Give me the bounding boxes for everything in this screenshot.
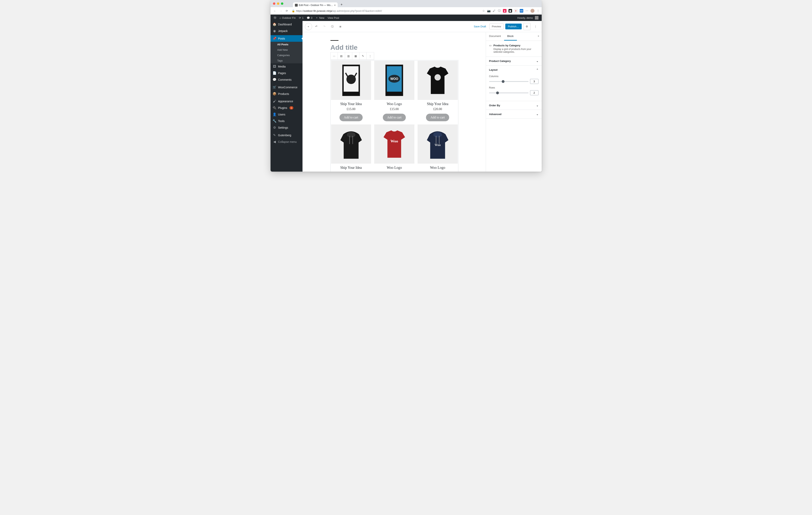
pin-icon: 📌	[272, 36, 277, 40]
publish-button[interactable]: Publish…	[505, 24, 522, 29]
info-button[interactable]: ⓘ	[329, 23, 336, 30]
edit-block-button[interactable]: ✎	[359, 52, 367, 60]
sidebar-item-gutenberg[interactable]: ✎Gutenberg	[270, 132, 302, 139]
redo-button[interactable]: ↷	[321, 23, 328, 30]
rows-slider[interactable]	[489, 92, 528, 93]
close-window-button[interactable]	[273, 2, 275, 5]
updates-link[interactable]: ⟳1	[297, 14, 305, 21]
extension-icon[interactable]: css	[520, 9, 523, 12]
eyedropper-icon[interactable]: 🖊	[493, 9, 496, 12]
sidebar-subitem-categories[interactable]: Categories	[270, 53, 302, 58]
window-controls: Edit Post ‹ Outdoor Fin — Wo… × +	[270, 0, 542, 7]
extension-icon[interactable]: ⋯	[525, 9, 528, 12]
sidebar-item-pages[interactable]: 📄Pages	[270, 70, 302, 76]
view-post-link[interactable]: View Post	[326, 14, 341, 21]
site-home-link[interactable]: ⌂Outdoor Fin	[278, 14, 297, 21]
outline-button[interactable]: ≣	[337, 23, 344, 30]
sidebar-item-appearance[interactable]: 🖌Appearance	[270, 98, 302, 104]
product-card[interactable]: Ship Your Idea£20.00Add to cart	[417, 61, 458, 121]
align-left-button[interactable]: ▤	[338, 52, 345, 60]
undo-button[interactable]: ↶	[313, 23, 320, 30]
star-icon[interactable]: ☆	[482, 9, 485, 12]
tab-block[interactable]: Block	[504, 32, 517, 40]
sidebar-item-dashboard[interactable]: 🏠Dashboard	[270, 21, 302, 28]
columns-input[interactable]	[530, 79, 539, 84]
settings-toggle-button[interactable]: ⚙	[523, 23, 530, 30]
add-to-cart-button[interactable]: Add to cart	[383, 114, 406, 121]
reload-button[interactable]: ⟳	[285, 8, 289, 13]
media-icon: 🖼	[272, 65, 277, 68]
columns-slider[interactable]	[489, 81, 528, 82]
align-center-button[interactable]: ▥	[345, 52, 352, 60]
sidebar-item-settings[interactable]: ⚙Settings	[270, 124, 302, 131]
close-tab-button[interactable]: ×	[334, 4, 336, 7]
url-bar[interactable]: 🔒 https://outdoor-fin.jurassic.ninja/wp-…	[291, 9, 481, 13]
product-card[interactable]: WooWoo Logo£20.00£18.00	[374, 124, 414, 172]
add-to-cart-button[interactable]: Add to cart	[426, 114, 449, 121]
panel-order-by[interactable]: Order By ⌄	[486, 101, 542, 110]
inserter-button[interactable]: ＋	[305, 23, 312, 30]
collapse-icon: ◀	[272, 140, 277, 144]
sidebar-item-media[interactable]: 🖼Media	[270, 63, 302, 70]
camera-icon[interactable]: 📷	[487, 9, 491, 12]
panel-advanced[interactable]: Advanced ⌄	[486, 110, 542, 118]
sidebar-item-posts[interactable]: 📌Posts	[270, 35, 302, 42]
browser-tab[interactable]: Edit Post ‹ Outdoor Fin — Wo… ×	[293, 2, 338, 8]
sidebar-item-comments[interactable]: 💬Comments	[270, 76, 302, 83]
home-icon: ⌂	[280, 17, 281, 19]
product-card[interactable]: WooWoo Logo£35.00	[417, 124, 458, 172]
tab-document[interactable]: Document	[486, 32, 504, 40]
minimize-window-button[interactable]	[277, 2, 279, 5]
wp-logo-button[interactable]: ⓦ	[272, 14, 278, 21]
extension-icon[interactable]: S	[514, 9, 518, 12]
sidebar-item-plugins[interactable]: 🔌Plugins1	[270, 104, 302, 111]
chrome-menu-button[interactable]: ⋮	[536, 9, 540, 12]
svg-text:Woo: Woo	[435, 143, 441, 147]
sidebar-item-products[interactable]: 📦Products	[270, 90, 302, 97]
sidebar-item-jetpack[interactable]: ◉Jetpack	[270, 28, 302, 34]
preview-button[interactable]: Preview	[489, 24, 504, 29]
chevron-down-icon: ⌄	[536, 60, 539, 63]
product-card[interactable]: WOOWoo Logo£15.00Add to cart	[374, 61, 414, 121]
sidebar-item-label: Pages	[278, 71, 286, 75]
new-content-button[interactable]: ＋New	[314, 14, 326, 21]
title-accent	[330, 40, 339, 41]
product-card[interactable]: Ship Your Idea£30.00 – £35.00	[331, 124, 371, 172]
rows-input[interactable]	[530, 90, 539, 95]
info-extension-icon[interactable]: ⓘ	[498, 9, 501, 12]
sidebar-item-label: Products	[278, 92, 289, 95]
block-switcher-button[interactable]: ▭	[331, 52, 338, 60]
maximize-window-button[interactable]	[281, 2, 283, 5]
collapse-menu-button[interactable]: ◀Collapse menu	[270, 139, 302, 145]
panel-layout[interactable]: Layout ⌃	[486, 65, 542, 74]
extension-icon[interactable]: ▦	[509, 9, 512, 12]
sidebar-subitem-add-new[interactable]: Add New	[270, 47, 302, 53]
svg-point-20	[433, 132, 442, 137]
wordpress-icon: ⓦ	[274, 16, 276, 20]
add-to-cart-button[interactable]: Add to cart	[340, 114, 362, 121]
forward-button[interactable]: →	[279, 8, 283, 13]
sidebar-subitem-all-posts[interactable]: All Posts	[270, 42, 302, 47]
extension-icon[interactable]: ◆	[503, 9, 506, 12]
align-wide-button[interactable]: ▦	[352, 52, 359, 60]
profile-avatar[interactable]	[530, 9, 534, 13]
sidebar-subitem-tags[interactable]: Tags	[270, 58, 302, 63]
post-title-input[interactable]: Add title	[330, 43, 458, 51]
save-draft-button[interactable]: Save Draft	[472, 24, 488, 29]
sidebar-item-woocommerce[interactable]: 🛒WooCommerce	[270, 84, 302, 90]
more-menu-button[interactable]: ⋮	[532, 23, 539, 30]
products-by-category-block[interactable]: Ship Your Idea£15.00Add to cartWOOWoo Lo…	[330, 60, 458, 172]
back-button[interactable]: ←	[272, 8, 277, 13]
new-tab-button[interactable]: +	[339, 3, 344, 7]
chevron-up-icon: ⌃	[536, 68, 539, 71]
sidebar-item-tools[interactable]: 🔧Tools	[270, 118, 302, 124]
howdy-text: Howdy, demo	[517, 17, 533, 19]
product-card[interactable]: Ship Your Idea£15.00Add to cart	[331, 61, 371, 121]
tab-title: Edit Post ‹ Outdoor Fin — Wo…	[299, 4, 333, 7]
comments-link[interactable]: 💬0	[305, 14, 314, 21]
sidebar-item-users[interactable]: 👤Users	[270, 111, 302, 118]
block-more-button[interactable]: ⋮	[367, 52, 374, 60]
panel-product-category[interactable]: Product Category ⌄	[486, 57, 542, 65]
account-menu[interactable]: Howdy, demo	[516, 14, 540, 21]
close-sidebar-button[interactable]: ×	[535, 32, 542, 40]
